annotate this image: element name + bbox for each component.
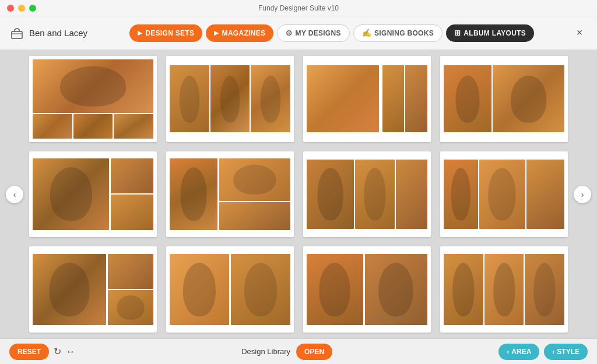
minimize-window-btn[interactable] (18, 5, 25, 12)
client-name: Ben and Lacey (29, 28, 87, 38)
nav-magazines[interactable]: ▶ MAGAZINES (206, 24, 273, 42)
open-button[interactable]: OPEN (296, 344, 332, 360)
area-prev-icon: ‹ (507, 348, 509, 356)
titlebar: Fundy Designer Suite v10 (0, 0, 597, 16)
layout-card[interactable] (303, 151, 431, 238)
layout-card[interactable] (29, 151, 157, 238)
footer: RESET ↻ ↔ Design Library OPEN ‹ AREA ‹ S… (0, 338, 597, 364)
flip-icon[interactable]: ↔ (66, 347, 75, 357)
prev-page-arrow[interactable]: ‹ (6, 186, 23, 203)
logo-area: Ben and Lacey (9, 26, 87, 41)
style-button[interactable]: ‹ STYLE (544, 344, 588, 360)
header: Ben and Lacey ▶ DESIGN SETS ▶ MAGAZINES … (0, 16, 597, 50)
svg-rect-0 (12, 31, 22, 38)
layout-card[interactable] (440, 151, 568, 238)
arrow-icon: ▶ (214, 30, 219, 36)
layout-card[interactable] (303, 246, 431, 333)
nav-signing-books[interactable]: ✍ SIGNING BOOKS (353, 24, 443, 42)
design-library-label: Design Library (241, 347, 290, 356)
titlebar-title: Fundy Designer Suite v10 (258, 4, 339, 12)
my-designs-icon: ⊙ (286, 29, 292, 37)
signing-books-icon: ✍ (362, 29, 371, 37)
close-window-btn[interactable] (7, 5, 14, 12)
footer-center: Design Library OPEN (81, 344, 493, 360)
layout-card[interactable] (440, 246, 568, 333)
logo-icon (9, 26, 24, 41)
layouts-grid (29, 56, 568, 333)
maximize-window-btn[interactable] (29, 5, 36, 12)
layout-card[interactable] (303, 56, 431, 142)
layout-card[interactable] (29, 246, 157, 333)
layout-card[interactable] (166, 151, 294, 238)
next-page-arrow[interactable]: › (574, 186, 591, 203)
footer-left: RESET ↻ ↔ (9, 344, 75, 360)
close-button[interactable]: × (571, 25, 588, 41)
refresh-icon[interactable]: ↻ (54, 346, 61, 357)
style-prev-icon: ‹ (552, 348, 554, 356)
area-button[interactable]: ‹ AREA (498, 344, 539, 360)
layout-card[interactable] (29, 56, 157, 142)
window-controls (7, 5, 36, 12)
nav-album-layouts[interactable]: ⊞ ALBUM LAYOUTS (446, 24, 534, 42)
layout-card[interactable] (166, 246, 294, 333)
nav-design-sets[interactable]: ▶ DESIGN SETS (129, 24, 202, 42)
arrow-icon: ▶ (138, 30, 142, 36)
main-content: ‹ › (0, 50, 597, 338)
layout-card[interactable] (166, 56, 294, 142)
reset-button[interactable]: RESET (9, 344, 49, 360)
nav-my-designs[interactable]: ⊙ MY DESIGNS (277, 24, 349, 42)
nav-buttons: ▶ DESIGN SETS ▶ MAGAZINES ⊙ MY DESIGNS ✍… (99, 24, 564, 42)
footer-right: ‹ AREA ‹ STYLE (498, 344, 588, 360)
layout-card[interactable] (440, 56, 568, 142)
album-layouts-icon: ⊞ (454, 29, 461, 37)
